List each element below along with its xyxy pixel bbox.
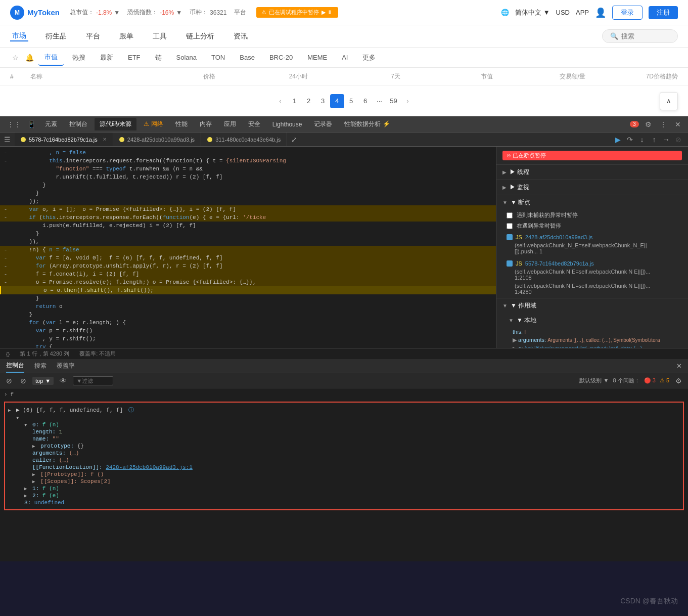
step-over-icon[interactable]: ↷ bbox=[625, 135, 634, 144]
array-expanded[interactable]: ▼ bbox=[8, 414, 680, 421]
nav-news[interactable]: 资讯 bbox=[232, 32, 250, 41]
filter-console-icon[interactable]: ⊘ bbox=[18, 376, 28, 386]
console-filter-input[interactable] bbox=[73, 376, 113, 385]
dt-toggle-icon[interactable]: ⋮⋮ bbox=[5, 119, 23, 129]
uncaught-checkbox[interactable] bbox=[507, 212, 513, 218]
page-2-btn[interactable]: 2 bbox=[302, 94, 316, 108]
file-tab-maximize-icon[interactable]: ⤢ bbox=[289, 135, 299, 145]
scope-header[interactable]: ▼ ▼ 作用域 bbox=[496, 298, 688, 313]
tab-ai[interactable]: AI bbox=[336, 51, 354, 64]
dt-settings-icon[interactable]: ⚙ bbox=[643, 119, 654, 129]
lang-selector[interactable]: 简体中文 ▼ bbox=[515, 8, 550, 17]
tab-brc20[interactable]: BRC-20 bbox=[263, 51, 299, 64]
dt-tab-lighthouse[interactable]: Lighthouse bbox=[267, 119, 307, 130]
tab-meme[interactable]: MEME bbox=[301, 51, 333, 64]
app-link[interactable]: APP bbox=[576, 9, 589, 16]
dt-tab-perf-data[interactable]: 性能数据分析 ⚡ bbox=[339, 118, 395, 130]
th-24h[interactable]: 24小时 bbox=[215, 72, 308, 81]
console-close-icon[interactable]: ✕ bbox=[676, 362, 682, 370]
page-6-btn[interactable]: 6 bbox=[358, 94, 373, 108]
local-scope-header[interactable]: ▼ ▼ 本地 bbox=[496, 313, 688, 328]
tab-etf[interactable]: ETF bbox=[122, 51, 147, 64]
nav-market[interactable]: 市场 bbox=[10, 31, 28, 41]
logo[interactable]: M MyToken bbox=[10, 6, 60, 20]
page-1-btn[interactable]: 1 bbox=[288, 94, 302, 108]
code-panel[interactable]: - , n = false - this.interceptors.reques… bbox=[0, 147, 496, 348]
clear-console-icon[interactable]: ⊘ bbox=[4, 376, 14, 386]
tab-ton[interactable]: TON bbox=[205, 51, 231, 64]
page-next-btn[interactable]: › bbox=[401, 94, 415, 108]
tab-more[interactable]: 更多 bbox=[356, 50, 382, 65]
dt-tab-memory[interactable]: 内存 bbox=[195, 118, 217, 130]
tab-base[interactable]: Base bbox=[234, 51, 261, 64]
threads-header[interactable]: ▶ ▶ 线程 bbox=[496, 165, 688, 180]
nav-derivatives[interactable]: 衍生品 bbox=[43, 32, 69, 41]
watch-header[interactable]: ▶ ▶ 监视 bbox=[496, 180, 688, 195]
console-tab-console[interactable]: 控制台 bbox=[6, 359, 24, 373]
dt-tab-performance[interactable]: 性能 bbox=[170, 118, 193, 130]
tab-new[interactable]: 最新 bbox=[94, 50, 119, 65]
nav-copy-trading[interactable]: 跟单 bbox=[117, 32, 135, 41]
star-icon[interactable]: ☆ bbox=[10, 52, 21, 64]
th-7d[interactable]: 7天 bbox=[308, 72, 400, 81]
tab-hot[interactable]: 热搜 bbox=[66, 50, 91, 65]
prototype-proto-line[interactable]: ▶ [[Prototype]]: f () bbox=[8, 471, 680, 478]
item2-line[interactable]: ▶ 2: f (e) bbox=[8, 492, 680, 499]
page-5-btn[interactable]: 5 bbox=[344, 94, 358, 108]
scopes-line[interactable]: ▶ [[Scopes]]: Scopes[2] bbox=[8, 478, 680, 485]
file-tab-2[interactable]: 2428-af25dcb010a99ad3.js bbox=[113, 133, 201, 147]
file-tab-1[interactable]: 5578-7c164bed82b79c1a.js ✕ bbox=[15, 133, 113, 147]
bell-icon[interactable]: 🔔 bbox=[23, 52, 36, 64]
array-root-line[interactable]: ▶ ▶ (6) [f, f, f, undefined, f, f] ⓘ bbox=[8, 406, 680, 414]
console-settings-icon[interactable]: ⚙ bbox=[673, 376, 684, 386]
dt-tab-elements[interactable]: 元素 bbox=[40, 118, 62, 130]
prototype-line[interactable]: ▶ prototype: {} bbox=[8, 443, 680, 450]
tab-chain[interactable]: 链 bbox=[149, 50, 168, 65]
caught-checkbox[interactable] bbox=[507, 223, 513, 229]
page-3-btn[interactable]: 3 bbox=[316, 94, 330, 108]
search-box[interactable]: 🔍 bbox=[602, 29, 678, 43]
console-content[interactable]: › f ▶ ▶ (6) [f, f, f, undefined, f, f] ⓘ… bbox=[0, 388, 688, 561]
console-top-selector[interactable]: top ▼ bbox=[32, 377, 54, 385]
nav-tools[interactable]: 工具 bbox=[151, 32, 169, 41]
step-into-icon[interactable]: ↓ bbox=[637, 135, 647, 144]
console-tab-search[interactable]: 搜索 bbox=[34, 360, 47, 372]
th-mcap[interactable]: 市值 bbox=[400, 72, 493, 81]
breakpoints-header[interactable]: ▼ ▼ 断点 bbox=[496, 195, 688, 210]
currency-usd[interactable]: USD bbox=[556, 9, 570, 16]
page-4-btn[interactable]: 4 bbox=[330, 94, 344, 108]
search-input[interactable] bbox=[621, 32, 670, 40]
th-vol[interactable]: 交易额/量 bbox=[493, 72, 585, 81]
dt-tab-recorder[interactable]: 记录器 bbox=[309, 118, 337, 130]
th-price[interactable]: 价格 bbox=[123, 72, 215, 81]
scroll-top-button[interactable]: ∧ bbox=[660, 92, 678, 110]
nav-platform[interactable]: 平台 bbox=[84, 32, 102, 41]
page-prev-btn[interactable]: ‹ bbox=[273, 94, 288, 108]
dt-tab-network[interactable]: ⚠ 网络 bbox=[139, 118, 168, 130]
dt-tab-security[interactable]: 安全 bbox=[243, 118, 265, 130]
item1-line[interactable]: ▶ 1: f (n) bbox=[8, 485, 680, 492]
dt-sidebar-toggle[interactable]: ☰ bbox=[0, 136, 15, 144]
dt-close-icon[interactable]: ✕ bbox=[673, 119, 683, 129]
step-out-icon[interactable]: ↑ bbox=[650, 135, 659, 144]
step-icon[interactable]: → bbox=[662, 135, 671, 144]
file-tab-3[interactable]: 311-480cc0c4ae43e64b.js bbox=[201, 133, 287, 147]
deactivate-breakpoints-icon[interactable]: ⊘ bbox=[674, 135, 683, 144]
dt-tab-console[interactable]: 控制台 bbox=[64, 118, 93, 130]
nav-onchain[interactable]: 链上分析 bbox=[184, 32, 216, 41]
register-button[interactable]: 注册 bbox=[649, 6, 678, 19]
show-live-icon[interactable]: 👁 bbox=[58, 376, 69, 386]
default-level-selector[interactable]: 默认级别 ▼ bbox=[579, 377, 609, 384]
dt-more-icon[interactable]: ⋮ bbox=[658, 119, 669, 129]
dt-tab-sources[interactable]: 源代码/来源 bbox=[95, 118, 136, 130]
item0-line[interactable]: ▼ 0: f (n) bbox=[8, 421, 680, 428]
page-59-btn[interactable]: 59 bbox=[387, 94, 401, 108]
dt-mobile-icon[interactable]: 📱 bbox=[25, 119, 38, 129]
tab-solana[interactable]: Solana bbox=[170, 51, 203, 64]
tab-mcap[interactable]: 市值 bbox=[38, 50, 64, 66]
file-tab-1-close[interactable]: ✕ bbox=[103, 137, 107, 142]
dt-tab-application[interactable]: 应用 bbox=[219, 118, 241, 130]
console-tab-coverage[interactable]: 覆盖率 bbox=[57, 360, 75, 372]
resume-icon[interactable]: ▶ bbox=[613, 135, 622, 144]
login-button[interactable]: 登录 bbox=[612, 6, 643, 20]
